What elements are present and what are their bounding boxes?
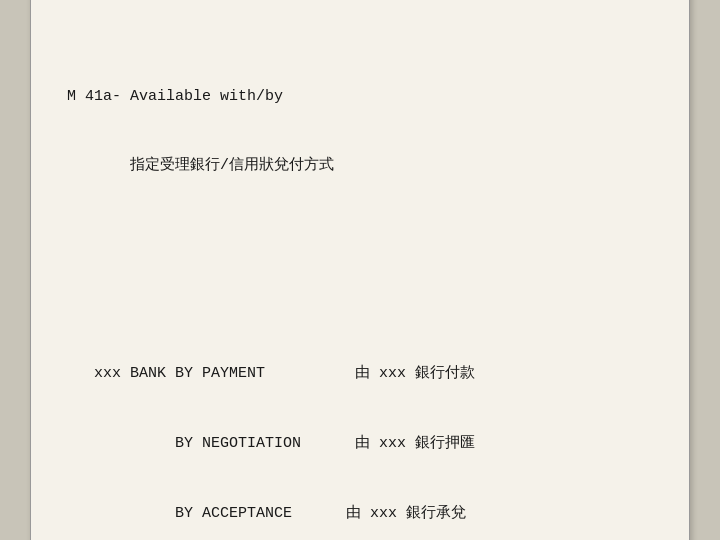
line-xxx-3: BY ACCEPTANCE 由 xxx 銀行承兌 (67, 502, 653, 525)
line-xxx-2: BY NEGOTIATION 由 xxx 銀行押匯 (67, 432, 653, 455)
line-xxx-1: xxx BANK BY PAYMENT 由 xxx 銀行付款 (67, 362, 653, 385)
line-41a-1: M 41a- Available with/by (67, 85, 653, 108)
content-block: O 39C- Additional Amounts Covered 附加金額內容… (67, 0, 653, 540)
main-card: O 39C- Additional Amounts Covered 附加金額內容… (30, 0, 690, 540)
line-41a-2: 指定受理銀行/信用狀兌付方式 (67, 154, 653, 177)
section-41a: M 41a- Available with/by 指定受理銀行/信用狀兌付方式 (67, 38, 653, 224)
section-xxx: xxx BANK BY PAYMENT 由 xxx 銀行付款 BY NEGOTI… (67, 316, 653, 540)
